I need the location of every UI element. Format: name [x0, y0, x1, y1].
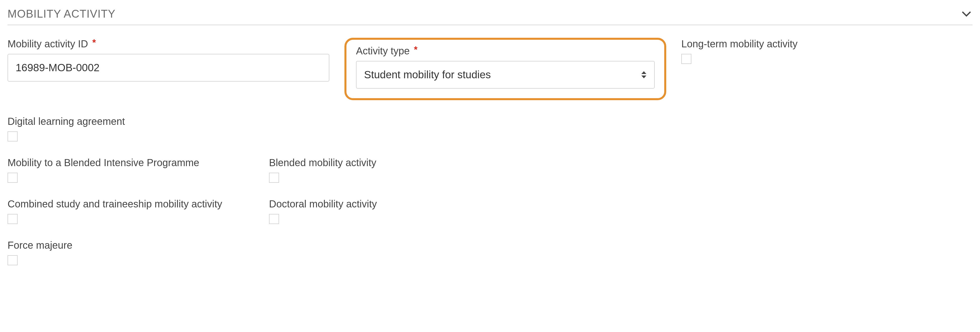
chevron-down-icon[interactable]	[960, 8, 972, 20]
force-majeure-label: Force majeure	[8, 239, 254, 251]
required-asterisk: *	[92, 38, 96, 48]
blended-ip-label: Mobility to a Blended Intensive Programm…	[8, 156, 254, 169]
doctoral-checkbox[interactable]	[269, 214, 279, 224]
section-title: MOBILITY ACTIVITY	[8, 8, 115, 20]
combined-checkbox[interactable]	[8, 214, 18, 224]
mobility-id-input[interactable]	[8, 54, 329, 81]
force-majeure-checkbox[interactable]	[8, 255, 18, 265]
digital-la-label: Digital learning agreement	[8, 115, 254, 128]
doctoral-label: Doctoral mobility activity	[269, 198, 515, 210]
label-text: Activity type	[356, 45, 410, 56]
long-term-label: Long-term mobility activity	[681, 38, 908, 50]
blended-activity-label: Blended mobility activity	[269, 156, 515, 169]
required-asterisk: *	[414, 45, 418, 55]
activity-type-label: Activity type *	[356, 45, 655, 57]
blended-ip-checkbox[interactable]	[8, 173, 18, 183]
label-text: Mobility activity ID	[8, 38, 88, 49]
long-term-checkbox[interactable]	[681, 54, 691, 64]
combined-label: Combined study and traineeship mobility …	[8, 198, 254, 210]
digital-la-checkbox[interactable]	[8, 131, 18, 142]
activity-type-select[interactable]	[356, 61, 655, 89]
blended-activity-checkbox[interactable]	[269, 173, 279, 183]
activity-type-highlight: Activity type *	[344, 38, 666, 100]
mobility-id-label: Mobility activity ID *	[8, 38, 329, 50]
section-header[interactable]: MOBILITY ACTIVITY	[8, 8, 972, 25]
